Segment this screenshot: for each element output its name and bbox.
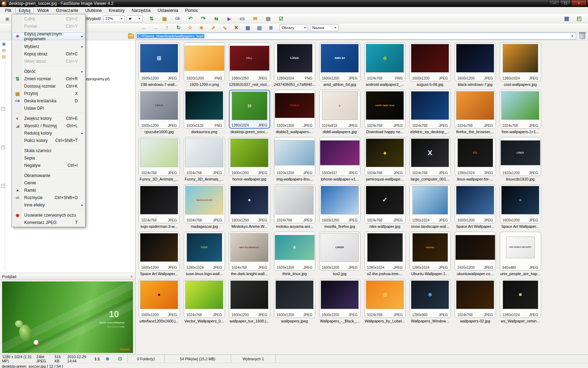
file-item[interactable]: 1500x1125 PNG darkaurora.png [182, 90, 227, 137]
actual-size-icon[interactable]: ⊕ [102, 355, 113, 363]
rotate-right-icon[interactable]: ↷ [198, 14, 209, 23]
details-view-icon[interactable]: ▤ [254, 23, 265, 32]
menu-kreatory[interactable]: Kreatory [106, 7, 128, 14]
print-icon[interactable]: ▤ [263, 14, 273, 23]
favorites-icon[interactable]: ☆ [185, 23, 195, 32]
crop-icon[interactable]: ▣ [159, 14, 170, 23]
menu-item-rozmycie[interactable]: abRozmycieCtrl+Shift+O [13, 194, 84, 201]
zoom-select[interactable]: 22%▼ [103, 15, 125, 22]
menu-item-cienie[interactable]: Cienie [13, 179, 84, 186]
file-item[interactable]: ● 1600x1200 JPEG mozilla_firefox.jpg [317, 184, 362, 232]
menu-pomoc[interactable]: Pomoc [182, 7, 201, 14]
sort-select[interactable]: Nazwa▼ [310, 24, 338, 31]
menu-item-redukuj-kolory[interactable]: Redukuj kolory▸ [13, 129, 84, 137]
file-item[interactable]: 1600x1200 JPEG Space Art Wallpaper... [453, 184, 498, 232]
file-item[interactable]: 1600x1200 JPEG horror-wallpaper.jpg [227, 137, 272, 184]
compare-icon[interactable]: ⇆ [211, 14, 222, 23]
delete-icon[interactable]: × [231, 23, 241, 32]
file-item[interactable]: 1600x1200 JPEG wallpapers.jpeg [272, 279, 317, 326]
menu-item-zmień-rozmiar[interactable]: ⇅Zmień rozmiarCtrl+R [13, 75, 84, 82]
hand-tool-select[interactable]: ☛▼ [127, 15, 142, 22]
menu-item-usuwanie-czerwonych-oczu[interactable]: ◉Usuwanie czerwonych oczu [13, 211, 84, 219]
file-item[interactable]: ● 1600x1200 JPEG Minitokyo.Anime.W... [227, 184, 272, 232]
menu-item-wklej-obraz[interactable]: Wklej obrazCtrl+V [13, 57, 84, 65]
file-item[interactable]: 1500x937 JPEG iphone-wallpaper-v1... [317, 137, 362, 184]
file-item[interactable]: ● 1600x1200 JPEG utterface1200x1600.j... [136, 279, 182, 326]
menu-ustawienia[interactable]: Ustawienia [154, 7, 181, 14]
file-item[interactable]: Linux 1280x1024 PNG 2437435051_c7af6f40.… [272, 42, 317, 90]
file-item[interactable]: LINUX 1920x1200 JPEG linuxcds1920.jpg [498, 137, 543, 184]
file-item[interactable]: 1024x768 JPEG elektric_xp_desktop_... [407, 90, 453, 137]
file-item[interactable]: LINUX 1600x1200 JPEG tux2.jpg [317, 232, 362, 279]
thumbnails-view-icon[interactable]: ▦ [243, 23, 253, 32]
close-button[interactable]: × [571, 0, 587, 6]
menu-item-komentarz-jpeg[interactable]: Komentarz JPEGT [13, 219, 84, 226]
file-item[interactable]: ☻ 1024x768 PNG android-wallpaper3_... [362, 42, 407, 90]
panel-toggle-icon[interactable]: ▣ [2, 14, 13, 23]
menu-oznaczanie[interactable]: Oznaczanie [53, 7, 81, 14]
forward-icon[interactable]: → [150, 23, 161, 32]
file-item[interactable]: HAPPY NEW YEAR 1024x768 JPEG Download ha… [362, 90, 407, 137]
file-item[interactable]: MADAGASCAR 1024x768 JPEG madagascar.jpg [182, 184, 227, 232]
file-item[interactable]: 1600x1200 JPEG black-windows-7.jpg [453, 42, 498, 90]
menu-item-sepia[interactable]: Sepia [13, 154, 84, 162]
file-item[interactable]: 1600x1200 JPEG august-5-08.jpg [407, 42, 453, 90]
menu-item-skala-szarości[interactable]: Skala szarości [13, 147, 84, 154]
rotate-left-icon[interactable]: ↶ [185, 14, 196, 23]
file-item[interactable]: 1920x1200 JPEG img-wallpapers-linu... [272, 137, 317, 184]
tree-expand-icon[interactable]: + [1, 184, 5, 188]
menu-item-ustaw-dpi[interactable]: Ustaw DPI [13, 104, 84, 112]
file-item[interactable]: SUSE 1280x1024 JPEG suse-linux-logo-wall… [182, 232, 227, 279]
file-item[interactable]: 1024x768 JPEG free-wallpapers-1+1... [498, 90, 543, 137]
menu-item-kopiuj-obraz[interactable]: Kopiuj obrazCtrl+C [13, 50, 84, 57]
menu-item-deska-kreślarska[interactable]: CBDeska kreślarskaD [13, 97, 84, 104]
list-view-icon[interactable]: ≣ [266, 23, 276, 32]
tree-expand-icon[interactable]: + [1, 107, 5, 111]
layout-icon[interactable]: ▦ [561, 14, 572, 23]
file-item[interactable]: C11 1280x1024 JPEG linux-wallpaper-for-.… [453, 137, 498, 184]
file-item[interactable]: ubuntu 1280x1024 JPEG Ubuntu-Wallpaper-1… [407, 232, 453, 279]
file-item[interactable]: 1600x1200 JPEG Wallpapers_-_Black_... [317, 279, 362, 326]
file-item[interactable]: UNIX PEOPLE ARE HAPPY 640x480 JPEG unix_… [498, 232, 543, 279]
collapse-chevron-icon[interactable]: » [130, 275, 134, 277]
resize-icon[interactable]: ⇅ [146, 14, 157, 23]
file-item[interactable]: X 1024x768 JPEG large_computer_001... [407, 137, 453, 184]
path-input[interactable]: C:\!Opera_downloads\wallpapers_test\ ▼ [136, 33, 576, 40]
drawboard-icon[interactable]: CB [172, 14, 183, 23]
file-item[interactable]: 1280x1024 JPEG snow-landscape-wal... [407, 184, 453, 232]
trash-icon[interactable] [580, 33, 585, 39]
menu-item-wybierz[interactable]: Wybierz▸ [13, 43, 84, 50]
menu-item-zwiększ-kolory[interactable]: ◐Zwiększ koloryCtrl+E [13, 115, 84, 122]
file-item[interactable]: 1024x768 JPEG motoko-aoyama-ani... [272, 184, 317, 232]
filter-select[interactable]: Obrazy▼ [280, 24, 308, 31]
file-item[interactable]: 1280x1024 JPEG cool-wallpapers.jpg [498, 42, 543, 90]
file-item[interactable]: 1600x1200 JPEG wallpaper_tux_1600.j... [227, 279, 272, 326]
tree-expand-icon[interactable]: + [1, 145, 5, 149]
fit-window-icon[interactable]: ⊡ [115, 355, 125, 363]
screen-icon[interactable]: ▭ [237, 14, 247, 23]
refresh-icon[interactable]: ↻ [173, 23, 184, 32]
menu-item-policz-kolory[interactable]: Policz koloryCtrl+Shift+T [13, 137, 84, 144]
menu-item-wyostrz-rozmyj[interactable]: ◢Wyostrz / RozmyjCtrl+L [13, 122, 84, 129]
file-item[interactable]: 1024x768 JPEG Funny_3D_Animals_... [182, 137, 227, 184]
file-item[interactable]: ◉ 1280x960 JPEG Wallpapers_Window... [407, 279, 453, 326]
file-item[interactable]: 1024x768 JPEG logo-spiderman-3-w... [136, 184, 182, 232]
menu-item-inne-efekty[interactable]: Inne efekty▸ [13, 201, 84, 209]
file-item[interactable]: ● 1600x1200 JPEG Space Art Wallpaper... [498, 184, 543, 232]
up-folder-icon[interactable]: ↑ [162, 23, 172, 32]
menu-item-dostosuj-rozmiar[interactable]: Dostosuj rozmiarCtrl+K [13, 82, 84, 90]
menu-item-ramki[interactable]: ●Ramki [13, 186, 84, 194]
file-item[interactable]: ■ 1280x1024 JPEG ws_Wallpaper_remin... [498, 279, 543, 326]
slideshow-icon[interactable]: ▶ [224, 14, 234, 23]
menu-item-ponów[interactable]: PonówCtrl+Y [13, 22, 84, 30]
tree-node-fragment[interactable]: eprogramy.pl) [86, 77, 110, 81]
file-item[interactable]: ✓ 1024x768 JPEG nike-wallpaper.jpg [362, 184, 407, 232]
copy-to-icon[interactable]: ⇘ [219, 23, 230, 32]
menu-item-cofnij[interactable]: CofnijCtrl+Z [13, 15, 84, 22]
menu-item-obróć[interactable]: Obróć▸ [13, 68, 84, 75]
options-icon[interactable]: ☑ [276, 14, 286, 23]
menu-narzędzia[interactable]: Narzędzia [128, 7, 154, 14]
file-item[interactable]: ⊞ 1600x1200 JPEG 238-windows-7-wall... [136, 42, 182, 90]
menu-item-negatyw[interactable]: NegatywCtrl+I [13, 162, 84, 169]
file-item[interactable]: 1024x768 JPEG Funny_3D_Animals_... [136, 137, 182, 184]
